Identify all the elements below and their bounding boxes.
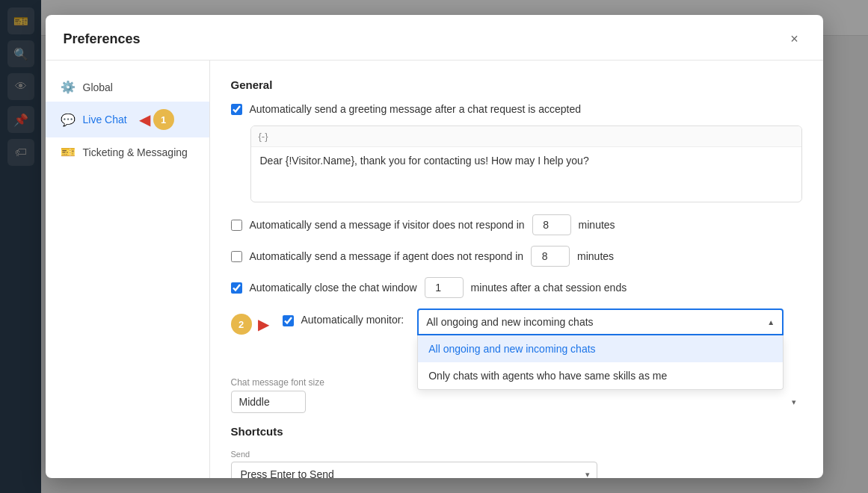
shortcuts-title: Shortcuts: [231, 425, 802, 438]
modal-overlay: Preferences × ⚙️ Global 💬 Live Chat ◀ 1: [0, 0, 868, 493]
monitor-checkbox[interactable]: [283, 315, 294, 326]
send-select[interactable]: Press Enter to Send Press Ctrl+Enter to …: [231, 462, 597, 478]
agent-respond-row: Automatically send a message if agent do…: [231, 246, 802, 267]
dropdown-up-arrow: ▲: [767, 318, 775, 326]
send-label: Send: [231, 450, 802, 459]
visitor-minutes-label: minutes: [579, 219, 615, 231]
visitor-minutes-input[interactable]: 8: [532, 214, 571, 235]
font-size-select-wrapper: Small Middle Large: [231, 391, 802, 413]
preferences-modal: Preferences × ⚙️ Global 💬 Live Chat ◀ 1: [46, 15, 823, 478]
send-group: Send Press Enter to Send Press Ctrl+Ente…: [231, 450, 802, 478]
agent-respond-label[interactable]: Automatically send a message if agent do…: [250, 250, 524, 262]
send-select-wrapper: Press Enter to Send Press Ctrl+Enter to …: [231, 462, 597, 478]
nav-label-livechat: Live Chat: [83, 114, 127, 125]
greeting-textarea[interactable]: Dear {!Visitor.Name}, thank you for cont…: [251, 147, 801, 199]
close-minutes-input[interactable]: 1: [425, 277, 464, 298]
agent-minutes-label: minutes: [577, 250, 614, 262]
monitor-option-2[interactable]: Only chats with agents who have same ski…: [418, 362, 783, 389]
arrow-icon-1: ◀: [139, 111, 150, 128]
close-minutes-suffix: minutes after a chat session ends: [471, 282, 627, 294]
preferences-nav: ⚙️ Global 💬 Live Chat ◀ 1 🎫 Ticketing & …: [46, 61, 210, 478]
nav-label-global: Global: [83, 81, 113, 93]
greeting-toolbar: {-}: [251, 126, 801, 147]
agent-minutes-input[interactable]: 8: [531, 246, 570, 267]
visitor-respond-row: Automatically send a message if visitor …: [231, 214, 802, 235]
nav-label-ticketing: Ticketing & Messaging: [83, 146, 188, 158]
monitor-selected-value: All ongoing and new incoming chats: [426, 316, 593, 328]
shortcuts-section: Shortcuts Send Press Enter to Send Press…: [231, 425, 802, 478]
modal-title: Preferences: [64, 31, 141, 47]
arrow-icon-2: ▶: [258, 315, 269, 333]
nav-item-ticketing[interactable]: 🎫 Ticketing & Messaging: [46, 137, 209, 167]
global-icon: ⚙️: [61, 80, 76, 94]
livechat-icon: 💬: [61, 113, 76, 127]
monitor-dropdown-open: All ongoing and new incoming chats ▲ All…: [417, 308, 784, 335]
monitor-dropdown-trigger[interactable]: All ongoing and new incoming chats ▲: [417, 308, 784, 335]
general-section-title: General: [231, 78, 802, 91]
monitor-row: 2 ▶ Automatically monitor: All ongoing a…: [231, 308, 802, 335]
modal-body: ⚙️ Global 💬 Live Chat ◀ 1 🎫 Ticketing & …: [46, 61, 823, 478]
badge-2: 2: [231, 314, 252, 335]
close-window-row: Automatically close the chat window 1 mi…: [231, 277, 802, 298]
nav-item-global[interactable]: ⚙️ Global: [46, 72, 209, 102]
nav-item-livechat[interactable]: 💬 Live Chat ◀ 1: [46, 102, 209, 137]
close-window-checkbox[interactable]: [231, 282, 242, 294]
close-window-label[interactable]: Automatically close the chat window: [250, 282, 417, 294]
font-size-select[interactable]: Small Middle Large: [231, 391, 306, 413]
monitor-option-1[interactable]: All ongoing and new incoming chats: [418, 335, 783, 362]
monitor-label[interactable]: Automatically monitor:: [301, 314, 404, 326]
agent-respond-checkbox[interactable]: [231, 251, 242, 262]
greeting-icon: {-}: [259, 131, 268, 142]
visitor-respond-label[interactable]: Automatically send a message if visitor …: [250, 219, 525, 231]
greeting-label[interactable]: Automatically send a greeting message af…: [250, 103, 582, 115]
greeting-checkbox[interactable]: [231, 104, 242, 115]
close-button[interactable]: ×: [784, 28, 805, 49]
greeting-checkbox-row: Automatically send a greeting message af…: [231, 103, 802, 115]
monitor-dropdown-options: All ongoing and new incoming chats Only …: [417, 335, 784, 390]
monitor-dropdown-container: All ongoing and new incoming chats ▲ All…: [417, 308, 784, 335]
greeting-message-box: {-} Dear {!Visitor.Name}, thank you for …: [250, 125, 802, 202]
modal-header: Preferences ×: [46, 15, 823, 61]
badge-1: 1: [153, 109, 174, 130]
ticketing-icon: 🎫: [61, 145, 76, 159]
preferences-content: General Automatically send a greeting me…: [210, 61, 823, 478]
visitor-respond-checkbox[interactable]: [231, 220, 242, 231]
